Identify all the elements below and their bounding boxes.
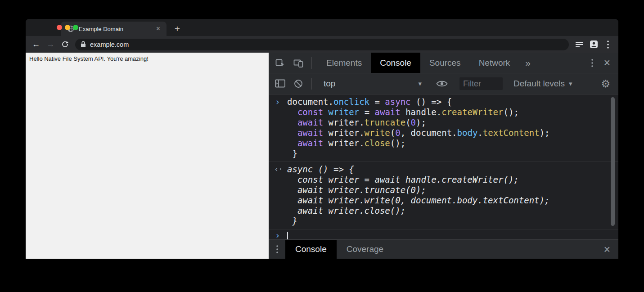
- code-token: .: [477, 128, 482, 138]
- console-messages: ›document.onclick = async () => { const …: [269, 94, 618, 229]
- code-token: [287, 107, 297, 117]
- code-token: writer.: [323, 138, 365, 148]
- code-line: await writer.close();: [287, 138, 618, 148]
- console-message-lines: document.onclick = async () => { const w…: [287, 97, 618, 159]
- drawer-tab-console[interactable]: Console: [285, 240, 337, 259]
- browser-window: Example Domain × + ← → example.com Hel: [26, 19, 618, 259]
- forward-button[interactable]: →: [44, 38, 57, 51]
- code-line: await writer.write(0, document.body.text…: [287, 195, 618, 206]
- code-token: () => {: [411, 97, 452, 107]
- code-token: textContent: [483, 128, 540, 138]
- console-panel: ›document.onclick = async () => { const …: [269, 94, 618, 239]
- context-selector[interactable]: top ▾: [319, 79, 426, 89]
- console-message-result: ‹·async () => { const writer = await han…: [269, 162, 618, 229]
- tab-title: Example Domain: [79, 26, 150, 32]
- window-close-button[interactable]: [57, 25, 62, 30]
- code-token: writer: [329, 107, 360, 117]
- code-token: =: [369, 97, 385, 107]
- devtools-close-icon[interactable]: ×: [599, 53, 618, 73]
- log-levels-dropdown[interactable]: Default levels ▾: [513, 79, 572, 89]
- code-token: writer.: [323, 117, 365, 127]
- browser-toolbar: ← → example.com: [26, 36, 618, 53]
- live-expression-eye-icon[interactable]: [436, 80, 448, 88]
- web-page: Hello Native File System API. You're ama…: [26, 53, 269, 259]
- code-line: const writer = await handle.createWriter…: [287, 175, 618, 185]
- code-token: 0: [395, 128, 400, 138]
- console-message-command: ›document.onclick = async () => { const …: [269, 94, 618, 162]
- code-token: truncate: [365, 117, 406, 127]
- code-line: async () => {: [287, 164, 618, 175]
- code-token: body: [457, 128, 478, 138]
- window-controls: [57, 25, 78, 30]
- console-input-chevron-icon: ›: [269, 97, 287, 159]
- more-tabs-icon[interactable]: »: [519, 53, 537, 73]
- console-toolbar: top ▾ Default levels ▾ ⚙: [269, 73, 618, 94]
- window-zoom-button[interactable]: [73, 25, 78, 30]
- settings-gear-icon[interactable]: ⚙: [596, 78, 618, 90]
- code-token: await: [297, 138, 323, 148]
- code-line: await writer.write(0, document.body.text…: [287, 128, 618, 138]
- filter-input[interactable]: [459, 77, 503, 90]
- devtools-menu-icon[interactable]: [585, 59, 599, 67]
- profile-icon[interactable]: [587, 38, 600, 51]
- code-token: writer.: [323, 128, 365, 138]
- inspect-element-icon[interactable]: [274, 56, 287, 70]
- code-token: await writer.truncate(0);: [287, 185, 426, 195]
- tab-network[interactable]: Network: [470, 53, 519, 73]
- code-token: write: [365, 128, 390, 138]
- context-selector-value: top: [324, 79, 335, 89]
- reload-button[interactable]: [58, 38, 72, 51]
- device-toolbar-icon[interactable]: [292, 56, 305, 70]
- code-line: }: [287, 148, 618, 159]
- console-sidebar-icon[interactable]: [274, 77, 287, 90]
- tab-sources[interactable]: Sources: [420, 53, 470, 73]
- tab-strip: Example Domain × +: [26, 19, 618, 36]
- drawer-close-icon[interactable]: ×: [595, 240, 618, 259]
- code-token: async () => {: [287, 164, 354, 174]
- console-prompt[interactable]: ›: [269, 229, 618, 239]
- code-token: [287, 128, 297, 138]
- code-token: =: [359, 107, 374, 117]
- code-line: await writer.truncate(0);: [287, 117, 618, 128]
- clear-console-icon[interactable]: [292, 77, 305, 90]
- tab-elements[interactable]: Elements: [317, 53, 371, 73]
- new-tab-button[interactable]: +: [171, 22, 184, 35]
- code-token: await writer.close();: [287, 206, 405, 216]
- content-area: Hello Native File System API. You're ama…: [26, 53, 618, 259]
- menu-lines-icon[interactable]: [572, 38, 586, 51]
- tab-close-icon[interactable]: ×: [154, 24, 162, 33]
- code-token: ();: [504, 107, 519, 117]
- text-caret: [287, 232, 288, 239]
- code-line: document.onclick = async () => {: [287, 97, 618, 107]
- spacer: [537, 53, 585, 73]
- tab-console[interactable]: Console: [371, 53, 420, 73]
- log-levels-value: Default levels: [513, 79, 565, 89]
- back-button[interactable]: ←: [29, 38, 43, 51]
- console-result-arrow-icon: ‹·: [269, 164, 287, 226]
- console-scrollbar[interactable]: [611, 97, 615, 226]
- divider: [311, 57, 312, 69]
- drawer-menu-icon[interactable]: [269, 240, 285, 259]
- browser-menu-icon[interactable]: [601, 38, 615, 51]
- code-token: (: [405, 117, 410, 127]
- code-token: await: [297, 117, 323, 127]
- code-token: handle.: [401, 107, 442, 117]
- code-token: (: [390, 128, 395, 138]
- code-token: await: [297, 128, 323, 138]
- lock-icon: [81, 41, 86, 48]
- code-token: }: [287, 216, 297, 226]
- context-dropdown-caret-icon: ▾: [418, 80, 422, 88]
- code-token: [287, 138, 297, 148]
- devtools-drawer: Console Coverage ×: [269, 239, 618, 259]
- divider: [311, 78, 312, 90]
- code-line: const writer = await handle.createWriter…: [287, 107, 618, 117]
- window-minimize-button[interactable]: [65, 25, 70, 30]
- code-token: onclick: [333, 97, 369, 107]
- code-line: }: [287, 216, 618, 226]
- code-token: ();: [390, 138, 405, 148]
- drawer-tab-coverage[interactable]: Coverage: [337, 240, 393, 259]
- devtools-tabbar: Elements Console Sources Network » ×: [269, 53, 618, 73]
- address-bar[interactable]: example.com: [75, 39, 569, 50]
- scrollbar-thumb[interactable]: [611, 97, 615, 226]
- code-token: document.: [287, 97, 333, 107]
